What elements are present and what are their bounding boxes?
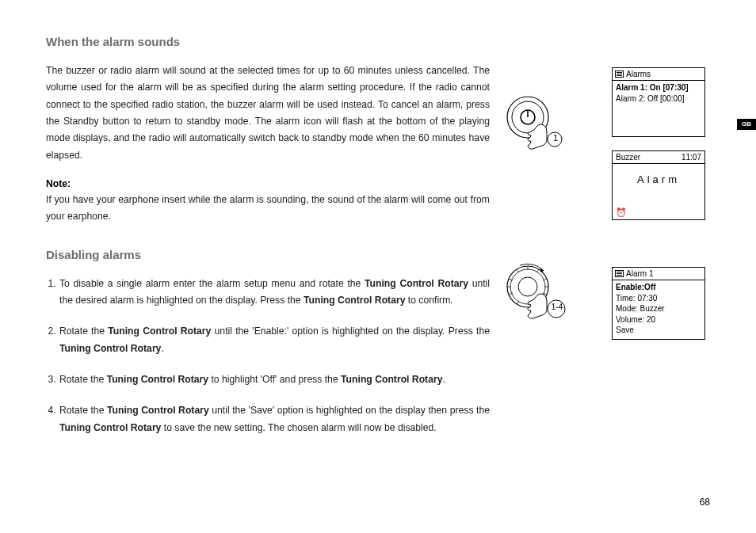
illustration-tuning-rotary: 1-4 xyxy=(504,263,567,325)
step-2-text-a: Rotate the xyxy=(59,326,108,337)
steps-list: To disable a single alarm enter the alar… xyxy=(46,276,490,436)
list-icon xyxy=(615,270,624,277)
heading-disabling-alarms: Disabling alarms xyxy=(46,248,490,261)
step-3-text-a: Rotate the xyxy=(59,374,107,385)
svg-line-14 xyxy=(517,269,519,272)
language-tab: GB xyxy=(737,119,756,130)
svg-line-9 xyxy=(536,269,539,272)
illustration-label-1-4: 1-4 xyxy=(549,303,565,311)
heading-when-alarm-sounds: When the alarm sounds xyxy=(46,35,490,48)
tuning-control-rotary: Tuning Control Rotary xyxy=(365,278,468,289)
paragraph-alarm-sounds: The buzzer or radio alarm will sound at … xyxy=(46,63,490,164)
tuning-control-rotary: Tuning Control Rotary xyxy=(304,295,405,306)
tuning-control-rotary: Tuning Control Rotary xyxy=(59,422,161,433)
main-text-column: When the alarm sounds The buzzer or radi… xyxy=(46,35,490,451)
alarm1-save: Save xyxy=(616,325,701,336)
panel-alarm-1-body: Enable:Off Time: 07:30 Mode: Buzzer Volu… xyxy=(613,280,704,337)
buzzer-time: 11:07 xyxy=(682,153,701,162)
panel-alarm-1: Alarm 1 Enable:Off Time: 07:30 Mode: Buz… xyxy=(612,267,705,340)
buzzer-alarm-big: Alarm xyxy=(613,164,704,203)
tuning-control-rotary: Tuning Control Rotary xyxy=(107,405,209,416)
step-1: To disable a single alarm enter the alar… xyxy=(59,276,490,310)
step-1-text-c: to confirm. xyxy=(405,295,452,306)
step-2-text-b: until the 'Enable:' option is highlighte… xyxy=(211,326,490,337)
step-4-text-b: until the 'Save' option is highlighted o… xyxy=(209,405,490,416)
step-3-text-c: . xyxy=(442,374,445,385)
page-number: 68 xyxy=(700,497,710,508)
panel-alarms-list-header: Alarms xyxy=(613,68,704,81)
tuning-control-rotary: Tuning Control Rotary xyxy=(107,374,208,385)
alarm1-mode: Mode: Buzzer xyxy=(616,303,701,314)
alarms-row-1: Alarm 1: On [07:30] xyxy=(616,82,701,93)
panel-alarm-1-title: Alarm 1 xyxy=(626,269,653,278)
alarm-bell-icon: ⏰ xyxy=(616,208,627,217)
panel-buzzer-header: Buzzer 11:07 xyxy=(613,151,704,164)
illustration-standby-button: 1 xyxy=(504,93,567,155)
step-4-text-c: to save the new setting. The chosen alar… xyxy=(161,422,436,433)
illustration-label-1: 1 xyxy=(551,133,560,143)
step-3: Rotate the Tuning Control Rotary to high… xyxy=(59,371,490,388)
panel-alarms-body: Alarm 1: On [07:30] Alarm 2: Off [00:00] xyxy=(613,81,704,105)
panel-alarm-1-header: Alarm 1 xyxy=(613,268,704,280)
alarm1-enable: Enable:Off xyxy=(616,282,701,293)
step-1-text-a: To disable a single alarm enter the alar… xyxy=(59,278,365,289)
tuning-control-rotary: Tuning Control Rotary xyxy=(108,326,211,337)
step-2-text-c: . xyxy=(161,343,163,354)
alarm1-time: Time: 07:30 xyxy=(616,293,701,304)
alarms-row-2: Alarm 2: Off [00:00] xyxy=(616,93,701,105)
svg-point-7 xyxy=(518,277,537,296)
tuning-control-rotary: Tuning Control Rotary xyxy=(341,374,442,385)
alarm1-volume: Volume: 20 xyxy=(616,314,701,326)
panel-alarms-list: Alarms Alarm 1: On [07:30] Alarm 2: Off … xyxy=(612,67,705,137)
note-label: Note: xyxy=(46,178,490,189)
step-4-text-a: Rotate the xyxy=(59,405,107,416)
list-icon xyxy=(615,70,624,78)
panel-alarms-title: Alarms xyxy=(626,70,651,78)
step-4: Rotate the Tuning Control Rotary until t… xyxy=(59,402,490,436)
step-2: Rotate the Tuning Control Rotary until t… xyxy=(59,323,490,357)
rotary-dial-icon xyxy=(504,263,567,325)
svg-line-18 xyxy=(517,301,519,304)
panel-buzzer: Buzzer 11:07 Alarm ⏰ xyxy=(612,150,705,220)
step-3-text-b: to highlight 'Off' and press the xyxy=(208,374,341,385)
tuning-control-rotary: Tuning Control Rotary xyxy=(59,343,161,354)
note-text: If you have your earphone insert while t… xyxy=(46,192,490,226)
buzzer-label: Buzzer xyxy=(616,153,640,162)
power-button-icon xyxy=(504,93,567,155)
